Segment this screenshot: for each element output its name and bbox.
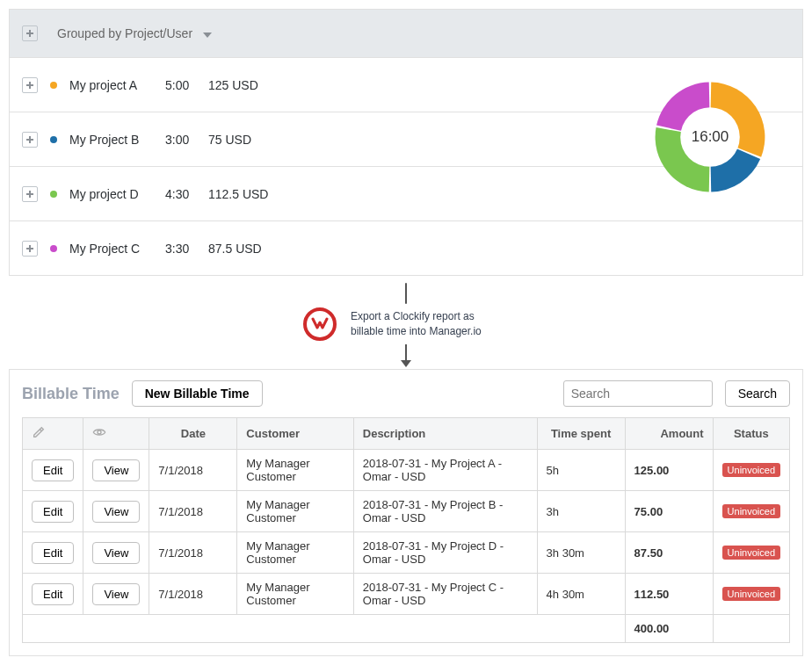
edit-button[interactable]: Edit — [32, 542, 74, 564]
cell-description: 2018-07-31 - My Project C - Omar - USD — [353, 574, 537, 615]
manager-billable-time-panel: Billable Time New Billable Time Search D… — [9, 369, 803, 656]
status-badge: Uninvoiced — [722, 504, 780, 518]
cell-description: 2018-07-31 - My Project B - Omar - USD — [353, 491, 537, 532]
cell-time-spent: 3h — [537, 491, 625, 532]
cell-amount: 112.50 — [625, 574, 713, 615]
flow-arrow-down — [405, 344, 407, 362]
project-color-dot — [50, 82, 57, 89]
total-row: 400.00 — [23, 615, 790, 643]
cell-time-spent: 5h — [537, 450, 625, 491]
view-button[interactable]: View — [92, 459, 140, 481]
project-amount: 87.5 USD — [208, 242, 262, 256]
table-row: EditView7/1/2018My Manager Customer2018-… — [23, 574, 790, 615]
view-column-header — [83, 418, 149, 450]
cell-description: 2018-07-31 - My Project D - Omar - USD — [353, 532, 537, 574]
col-customer: Customer — [237, 418, 353, 450]
table-row: EditView7/1/2018My Manager Customer2018-… — [23, 532, 790, 574]
cell-amount: 87.50 — [625, 532, 713, 574]
project-row: My Project C3:3087.5 USD — [10, 220, 802, 275]
project-hours: 5:00 — [165, 78, 196, 92]
col-status: Status — [713, 418, 789, 450]
edit-button[interactable]: Edit — [32, 583, 74, 605]
project-name: My project D — [69, 187, 153, 201]
project-color-dot — [50, 245, 57, 252]
new-billable-time-button[interactable]: New Billable Time — [132, 380, 263, 407]
project-amount: 112.5 USD — [208, 187, 268, 201]
edit-button[interactable]: Edit — [32, 459, 74, 481]
group-by-dropdown[interactable]: Grouped by Project/User — [57, 26, 212, 40]
clockify-report-panel: Grouped by Project/User My project A5:00… — [9, 9, 803, 276]
eye-icon — [92, 425, 106, 439]
project-hours: 3:00 — [165, 133, 196, 147]
search-button[interactable]: Search — [725, 380, 790, 407]
cell-customer: My Manager Customer — [237, 491, 353, 532]
cell-date: 7/1/2018 — [149, 574, 237, 615]
export-flow: Export a Clockify report as billable tim… — [9, 283, 803, 362]
status-badge: Uninvoiced — [722, 587, 780, 601]
table-row: EditView7/1/2018My Manager Customer2018-… — [23, 450, 790, 491]
billable-time-table: Date Customer Description Time spent Amo… — [22, 417, 790, 643]
cell-customer: My Manager Customer — [237, 574, 353, 615]
search-input[interactable] — [563, 380, 713, 407]
cell-description: 2018-07-31 - My Project A - Omar - USD — [353, 450, 537, 491]
cell-customer: My Manager Customer — [237, 532, 353, 574]
view-button[interactable]: View — [92, 501, 140, 523]
table-row: EditView7/1/2018My Manager Customer2018-… — [23, 491, 790, 532]
time-donut-chart: 16:00 — [653, 80, 767, 194]
project-color-dot — [50, 136, 57, 143]
col-description: Description — [353, 418, 537, 450]
page-title: Billable Time — [22, 385, 120, 403]
cell-amount: 75.00 — [625, 491, 713, 532]
cell-date: 7/1/2018 — [149, 532, 237, 574]
cell-amount: 125.00 — [625, 450, 713, 491]
status-badge: Uninvoiced — [722, 546, 780, 560]
edit-column-header — [23, 418, 83, 450]
chevron-down-icon — [203, 33, 212, 38]
flow-line-top — [405, 283, 407, 304]
expand-row-button[interactable] — [22, 77, 38, 93]
project-amount: 75 USD — [208, 133, 251, 147]
project-name: My project A — [69, 78, 153, 92]
cell-date: 7/1/2018 — [149, 491, 237, 532]
expand-all-button[interactable] — [22, 25, 38, 41]
expand-row-button[interactable] — [22, 186, 38, 202]
donut-svg — [653, 80, 767, 194]
view-button[interactable]: View — [92, 583, 140, 605]
col-date: Date — [149, 418, 237, 450]
svg-point-0 — [680, 107, 740, 167]
svg-point-1 — [98, 430, 101, 434]
expand-row-button[interactable] — [22, 132, 38, 148]
group-by-label: Grouped by Project/User — [57, 26, 192, 40]
group-by-header: Grouped by Project/User — [10, 10, 802, 57]
project-color-dot — [50, 191, 57, 198]
view-button[interactable]: View — [92, 542, 140, 564]
project-amount: 125 USD — [208, 78, 258, 92]
total-amount: 400.00 — [625, 615, 713, 643]
manager-logo-icon — [303, 307, 337, 341]
cell-time-spent: 3h 30m — [537, 532, 625, 574]
export-caption: Export a Clockify report as billable tim… — [351, 309, 509, 339]
expand-row-button[interactable] — [22, 241, 38, 257]
edit-icon — [32, 425, 46, 439]
col-amount: Amount — [625, 418, 713, 450]
cell-customer: My Manager Customer — [237, 450, 353, 491]
project-hours: 3:30 — [165, 242, 196, 256]
col-time-spent: Time spent — [537, 418, 625, 450]
edit-button[interactable]: Edit — [32, 501, 74, 523]
cell-date: 7/1/2018 — [149, 450, 237, 491]
project-name: My Project B — [69, 133, 153, 147]
project-hours: 4:30 — [165, 187, 196, 201]
project-name: My Project C — [69, 242, 153, 256]
status-badge: Uninvoiced — [722, 463, 780, 477]
cell-time-spent: 4h 30m — [537, 574, 625, 615]
